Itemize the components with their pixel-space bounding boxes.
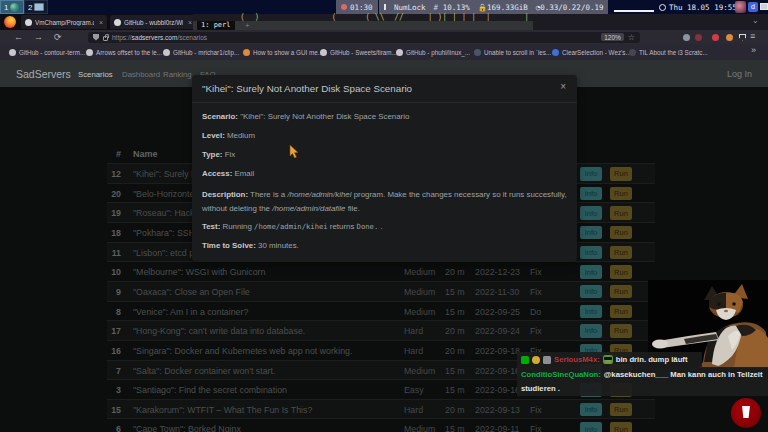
info-button[interactable]: Info — [580, 265, 602, 279]
modal-level-line: Level: Medium — [202, 131, 575, 140]
info-button[interactable]: Info — [580, 403, 602, 417]
bookmark-item[interactable]: TIL About the i3 Scratc... — [629, 44, 708, 60]
info-button[interactable]: Info — [580, 285, 602, 299]
chat-badge-mod-icon — [521, 356, 529, 364]
disk-indicator: 🔒169.33GiB — [478, 3, 528, 12]
brand-sadservers[interactable]: SadServers — [16, 68, 71, 80]
row-time: 15 m — [445, 424, 465, 432]
row-date: 2022-09-16 — [475, 385, 520, 395]
bookmark-item[interactable]: How to show a GUI me... — [243, 44, 323, 60]
extension-mask-icon[interactable] — [683, 34, 690, 41]
row-level: Medium — [404, 366, 435, 376]
extension-privacybadger-icon[interactable] — [726, 34, 733, 41]
bookmark-label: How to show a GUI me... — [253, 49, 323, 56]
tab-close-icon[interactable]: × — [188, 19, 192, 26]
firefox-logo-icon[interactable] — [4, 16, 16, 28]
modal-test-line: Test: Running /home/admin/kihei returns … — [202, 222, 575, 231]
row-name: "Cape Town": Borked Nginx — [133, 424, 241, 432]
extension-shield-icon[interactable] — [739, 34, 746, 41]
login-link[interactable]: Log In — [727, 69, 752, 79]
run-button[interactable]: Run — [610, 167, 632, 181]
run-button[interactable]: Run — [610, 206, 632, 220]
table-row: 9"Oaxaca": Close an Open FileMedium15 m2… — [107, 281, 655, 301]
bookmark-item[interactable]: ClearSelection - Wez's... — [552, 44, 631, 60]
bookmark-label: GitHub - Sweets/tiram... — [330, 49, 397, 56]
menu-hamburger-icon[interactable]: ≡ — [750, 31, 755, 41]
terminal-tab[interactable]: 1: perl — [197, 21, 235, 30]
table-row: 17"Hong-Kong": can't write data into dat… — [107, 320, 655, 340]
tray-avatar-icon[interactable] — [735, 1, 746, 13]
workspace-1[interactable]: 1 — [0, 0, 24, 14]
terminal-new-tab-button[interactable]: + — [245, 21, 250, 30]
chat-username-1[interactable]: SeriousM4x: — [554, 355, 600, 364]
run-button[interactable]: Run — [610, 246, 632, 260]
row-number: 16 — [107, 346, 121, 356]
row-name: "Salta": Docker container won't start. — [133, 366, 275, 376]
tracking-shield-icon[interactable] — [93, 34, 99, 41]
url-bar[interactable]: https://sadservers.com/scenarios 120% ☆ — [88, 32, 640, 43]
row-number: 15 — [107, 405, 121, 415]
reload-button[interactable]: ⟳ — [54, 30, 62, 44]
run-button[interactable]: Run — [610, 422, 632, 432]
tray-discord-icon[interactable]: d — [748, 2, 758, 12]
row-time: 15 m — [445, 366, 465, 376]
firefox-tab-bar: VmChamp/Program.cs a × GitHub - wubbl0rz… — [0, 14, 768, 30]
extension-darkreader-icon[interactable] — [695, 34, 702, 41]
tab-close-icon[interactable]: × — [99, 19, 103, 26]
info-button[interactable]: Info — [580, 324, 602, 338]
firefox-toolbar: ← → ⟳ https://sadservers.com/scenarios 1… — [0, 30, 768, 44]
info-button[interactable]: Info — [580, 305, 602, 319]
run-button[interactable]: Run — [610, 324, 632, 338]
row-name: "Oaxaca": Close an Open File — [133, 287, 250, 297]
info-button[interactable]: Info — [580, 187, 602, 201]
bookmark-item[interactable]: Arrows offset to the le... — [86, 44, 162, 60]
info-button[interactable]: Info — [580, 226, 602, 240]
nav-item-dashboard[interactable]: Dashboard — [122, 70, 160, 79]
row-date: 2022-09-16 — [475, 366, 520, 376]
zoom-level-badge[interactable]: 120% — [601, 33, 624, 41]
run-button[interactable]: Run — [610, 187, 632, 201]
bookmark-item[interactable]: Unable to scroll in `les... — [474, 44, 551, 60]
tab-vmchamp[interactable]: VmChamp/Program.cs a × — [21, 15, 107, 29]
run-button[interactable]: Run — [610, 305, 632, 319]
bookmark-item[interactable]: GitHub - contour-term... — [9, 44, 85, 60]
bookmark-item[interactable]: GitHub - mrichar1/clip... — [163, 44, 239, 60]
modal-access-line: Access: Email — [202, 169, 575, 178]
numlock-indicator: NumLock — [394, 3, 426, 12]
forward-button[interactable]: → — [34, 30, 43, 44]
run-button[interactable]: Run — [610, 403, 632, 417]
clock-segment: Thu 18.05 19:55 — [659, 0, 737, 14]
timer-icon — [341, 4, 347, 10]
bookmark-item[interactable]: GitHub - Sweets/tiram... — [320, 44, 397, 60]
stream-deck-button[interactable] — [731, 398, 761, 428]
row-number: 8 — [107, 307, 121, 317]
back-button[interactable]: ← — [14, 30, 23, 44]
workspace-2[interactable]: 2 — [24, 0, 48, 14]
bookmarks-overflow-chevron[interactable]: » — [751, 45, 756, 55]
list-tabs-chevron-icon[interactable]: ⌄ — [752, 16, 759, 25]
nav-item-ranking[interactable]: Ranking — [163, 70, 192, 79]
nav-item-scenarios[interactable]: Scenarios — [78, 70, 113, 79]
row-date: 2022-09-11 — [475, 424, 519, 432]
chat-text-2: @kasekuchen___ Man kann auch in Teilzeit — [604, 370, 763, 379]
bookmark-star-icon[interactable]: ☆ — [628, 33, 635, 42]
tray-display-icon[interactable] — [760, 3, 768, 10]
tab-github-wubbl0rz[interactable]: GitHub - wubbl0rz/Wide × — [110, 15, 196, 29]
bookmark-label: Unable to scroll in `les... — [484, 49, 551, 56]
info-button[interactable]: Info — [580, 422, 602, 432]
extension-ublock-icon[interactable] — [712, 34, 719, 41]
bookmark-item[interactable]: GitHub - phuhl/linux_... — [396, 44, 470, 60]
run-button[interactable]: Run — [610, 226, 632, 240]
volume-bar — [614, 10, 654, 12]
modal-scenario-line: Scenario: "Kihei": Surely Not Another Di… — [202, 112, 575, 121]
row-number: 12 — [107, 169, 121, 179]
info-button[interactable]: Info — [580, 206, 602, 220]
run-button[interactable]: Run — [610, 265, 632, 279]
run-button[interactable]: Run — [610, 285, 632, 299]
row-level: Medium — [404, 424, 435, 432]
modal-close-button[interactable]: × — [560, 81, 566, 92]
row-number: 3 — [107, 385, 121, 395]
chat-username-2[interactable]: ConditioSineQuaNon: — [521, 370, 601, 379]
info-button[interactable]: Info — [580, 246, 602, 260]
info-button[interactable]: Info — [580, 167, 602, 181]
